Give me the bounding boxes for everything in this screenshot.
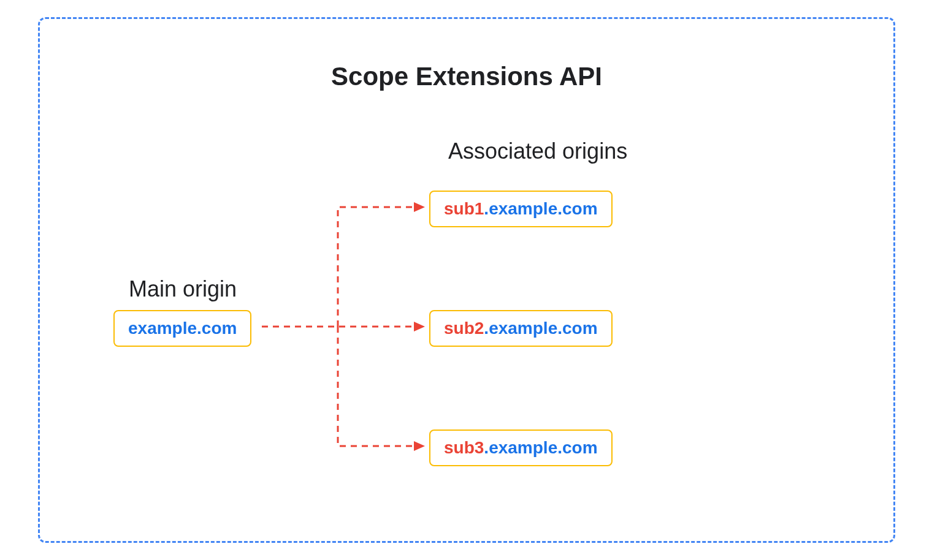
domain-text: .example.com [484,319,597,338]
arrow-head-top [414,202,425,212]
subdomain-text: sub3 [444,438,484,457]
arrow-head-middle [414,322,425,331]
associated-origin-box-2: sub2.example.com [429,310,613,347]
arrow-line-top [338,207,414,327]
associated-origin-box-1: sub1.example.com [429,191,613,227]
main-origin-label: Main origin [129,276,237,302]
diagram-title: Scope Extensions API [40,62,893,91]
domain-text: .example.com [484,199,597,218]
subdomain-text: sub1 [444,199,484,218]
subdomain-text: sub2 [444,319,484,338]
main-origin-domain: example.com [128,319,237,338]
domain-text: .example.com [484,438,597,457]
diagram-container: Scope Extensions API Main origin Associa… [38,17,895,543]
main-origin-box: example.com [113,310,251,347]
associated-origin-box-3: sub3.example.com [429,429,613,466]
associated-origins-label: Associated origins [448,138,627,164]
arrow-line-bottom [338,327,414,446]
arrow-head-bottom [414,441,425,451]
